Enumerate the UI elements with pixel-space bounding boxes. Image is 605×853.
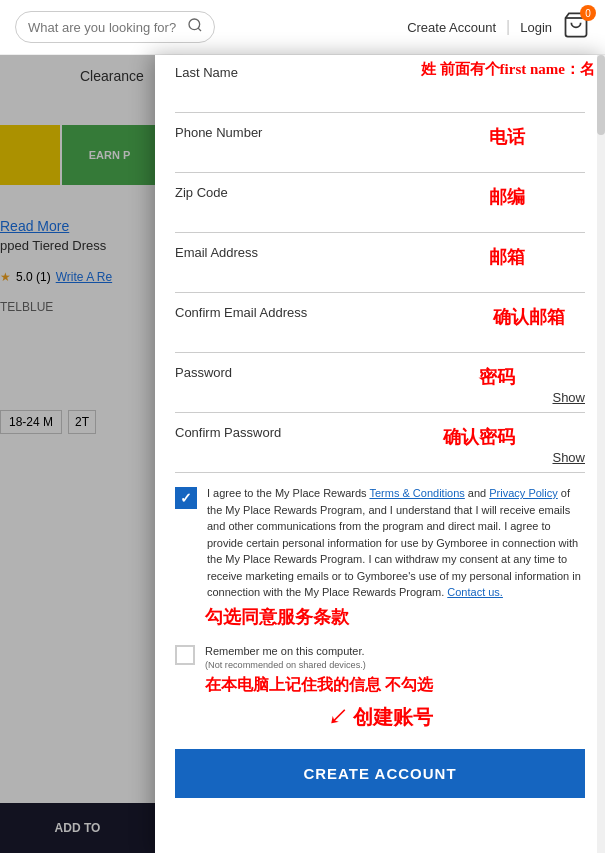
search-box[interactable]	[15, 11, 215, 43]
last-name-annotation: 姓 前面有个first name：名	[421, 60, 595, 79]
create-cn-annotation: 创建账号	[353, 706, 433, 728]
search-icon[interactable]	[187, 17, 203, 37]
zip-group: Zip Code 邮编	[175, 185, 585, 233]
cart-icon-wrap[interactable]: 0	[562, 11, 590, 43]
scrollbar[interactable]	[597, 55, 605, 853]
last-name-group: Last Name 姓 前面有个first name：名	[175, 65, 585, 113]
confirm-password-input[interactable]	[175, 444, 585, 473]
remember-annotation: 在本电脑上记住我的信息 不勾选	[205, 675, 585, 696]
modal-content: Last Name 姓 前面有个first name：名 Phone Numbe…	[155, 55, 605, 853]
remember-note: (Not recommended on shared devices.)	[205, 659, 366, 673]
confirm-email-group: Confirm Email Address 确认邮箱	[175, 305, 585, 353]
phone-group: Phone Number 电话	[175, 125, 585, 173]
remember-checkbox-row: Remember me on this computer. (Not recom…	[175, 643, 585, 673]
terms-checkbox-row: I agree to the My Place Rewards Terms & …	[175, 485, 585, 601]
terms-text-2: and	[465, 487, 489, 499]
create-arrow-annotation: ↙ 创建账号	[175, 704, 585, 731]
password-annotation: 密码	[479, 365, 515, 389]
zip-annotation: 邮编	[489, 185, 525, 209]
header-right: Create Account | Login 0	[407, 11, 590, 43]
password-label: Password	[175, 365, 585, 380]
confirm-password-group: Confirm Password Show 确认密码	[175, 425, 585, 473]
privacy-policy-link[interactable]: Privacy Policy	[489, 487, 557, 499]
create-account-section: ↙ 创建账号 CREATE ACCOUNT	[175, 704, 585, 798]
scrollbar-thumb[interactable]	[597, 55, 605, 135]
registration-modal: Last Name 姓 前面有个first name：名 Phone Numbe…	[155, 55, 605, 853]
remember-checkbox[interactable]	[175, 645, 195, 665]
remember-label: Remember me on this computer.	[205, 645, 365, 657]
cart-badge: 0	[580, 5, 596, 21]
arrow-icon: ↙	[328, 706, 348, 728]
header-divider: |	[506, 18, 510, 36]
remember-section: Remember me on this computer. (Not recom…	[175, 643, 585, 696]
terms-checkbox[interactable]	[175, 487, 197, 509]
confirm-password-annotation: 确认密码	[443, 425, 515, 449]
terms-text-1: I agree to the My Place Rewards	[207, 487, 369, 499]
confirm-password-label: Confirm Password	[175, 425, 585, 440]
terms-conditions-link[interactable]: Terms & Conditions	[369, 487, 464, 499]
create-account-link[interactable]: Create Account	[407, 20, 496, 35]
email-group: Email Address 邮箱	[175, 245, 585, 293]
svg-point-0	[189, 19, 200, 30]
create-account-button[interactable]: CREATE ACCOUNT	[175, 749, 585, 798]
confirm-email-annotation: 确认邮箱	[493, 305, 565, 329]
last-name-input[interactable]	[175, 84, 585, 113]
header: Create Account | Login 0	[0, 0, 605, 55]
password-input[interactable]	[175, 384, 585, 413]
terms-text: I agree to the My Place Rewards Terms & …	[207, 485, 585, 601]
password-group: Password Show 密码	[175, 365, 585, 413]
terms-section: I agree to the My Place Rewards Terms & …	[175, 485, 585, 629]
svg-line-1	[198, 28, 201, 31]
phone-annotation: 电话	[489, 125, 525, 149]
terms-annotation: 勾选同意服务条款	[205, 605, 585, 629]
remember-text: Remember me on this computer. (Not recom…	[205, 643, 366, 673]
contact-us-link[interactable]: Contact us.	[447, 586, 503, 598]
password-show-link[interactable]: Show	[552, 390, 585, 405]
search-input[interactable]	[28, 20, 183, 35]
email-annotation: 邮箱	[489, 245, 525, 269]
confirm-password-show-link[interactable]: Show	[552, 450, 585, 465]
terms-text-3: of the My Place Rewards Program, and I u…	[207, 487, 581, 598]
login-link[interactable]: Login	[520, 20, 552, 35]
